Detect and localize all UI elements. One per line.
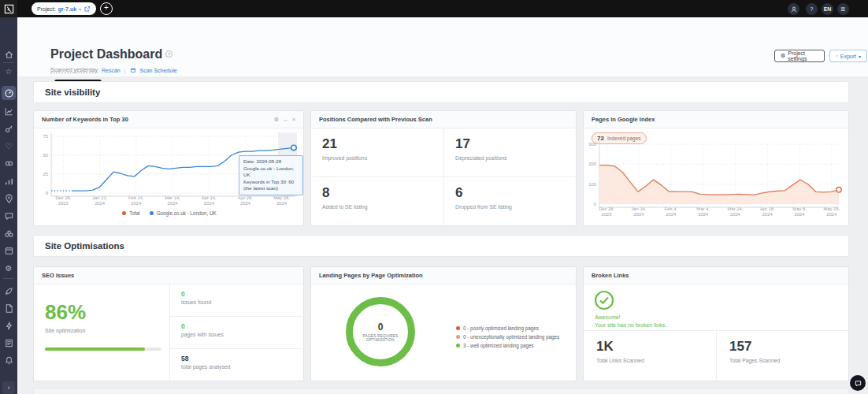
project-settings-button[interactable]: ⚙Project settings xyxy=(774,50,825,62)
broken-links-status: Awesome! Your site has no broken links. xyxy=(584,284,850,331)
stat-value: 0 xyxy=(181,290,294,298)
scan-schedule-link[interactable]: Scan Schedule xyxy=(140,68,177,73)
sidebar-item-settings[interactable]: ⚙ xyxy=(3,262,14,273)
key-icon xyxy=(4,124,14,134)
card-header: Landing Pages by Page Optimization xyxy=(311,267,576,284)
x-axis-label: 2024 xyxy=(168,201,179,206)
external-link-icon[interactable] xyxy=(83,6,91,13)
rescan-link[interactable]: Rescan xyxy=(102,68,121,73)
star-icon: ☆ xyxy=(6,67,13,76)
seo-score-zone: 86% Site optimization xyxy=(34,284,170,382)
sidebar-expand-button[interactable]: › xyxy=(2,381,15,394)
bell-icon xyxy=(4,355,14,366)
sidebar-item-quick-audit[interactable] xyxy=(3,320,14,331)
sidebar-item-notifications[interactable] xyxy=(3,355,14,366)
map-pin-icon xyxy=(4,194,14,204)
stat-value: 0 xyxy=(181,322,294,330)
scanned-status[interactable]: Scanned yesterday xyxy=(50,67,98,73)
donut-center-label: PAGES REQUIRES OPTIMIZATION xyxy=(354,334,406,342)
card-title: Positions Compared with Previous Scan xyxy=(319,116,432,123)
sidebar-item-keywords[interactable] xyxy=(3,123,14,134)
card-landing-pages: Landing Pages by Page Optimization 0 PAG… xyxy=(310,266,577,381)
sidebar-item-pages[interactable] xyxy=(3,303,14,314)
stat-label: Total Pages Scanned xyxy=(729,358,837,363)
gauge-icon xyxy=(4,88,14,98)
card-google-index: Pages in Google Index 72 Indexed pages 0… xyxy=(583,110,849,226)
stat-label: issues found xyxy=(181,299,294,305)
x-axis-label: 2024 xyxy=(95,201,106,206)
stat-label: Dropped from SE listing xyxy=(455,204,566,210)
y-axis-label: 75 xyxy=(43,134,48,139)
card-title: Landing Pages by Page Optimization xyxy=(319,272,423,279)
legend-poorly[interactable]: 0 - poorly optimized landing pages xyxy=(456,325,559,331)
support-chat-button[interactable] xyxy=(850,375,866,391)
chart-tooltip: Date: 2024-05-28 Google.co.uk - London, … xyxy=(239,155,303,195)
report-list-icon xyxy=(4,338,14,348)
add-project-button[interactable]: + xyxy=(100,2,113,15)
document-icon xyxy=(4,303,14,314)
stat-value: 17 xyxy=(455,136,566,152)
sidebar-item-rankings[interactable] xyxy=(3,106,14,117)
seo-progress-bar xyxy=(45,348,161,351)
title-help-icon[interactable]: ? xyxy=(165,50,172,58)
export-button[interactable]: Export ▾ xyxy=(829,50,867,62)
sidebar-item-home[interactable] xyxy=(3,49,14,60)
seo-stat-issues: 0 issues found xyxy=(170,284,305,317)
account-button[interactable] xyxy=(788,3,799,15)
menu-button[interactable]: ≡ xyxy=(837,3,849,15)
widget-resize-icon[interactable]: ↔ xyxy=(283,117,288,123)
sidebar-item-favorites[interactable]: ☆ xyxy=(3,65,14,76)
language-button[interactable]: EN xyxy=(822,3,833,15)
chain-icon xyxy=(4,158,14,169)
next-section-partial xyxy=(33,388,849,394)
user-icon xyxy=(790,6,798,13)
index-area-chart[interactable]: 0100200300Dec 28,2023Jan 14,2024Feb 4,20… xyxy=(584,128,850,227)
menu-icon: ≡ xyxy=(841,5,846,13)
legend-well[interactable]: 3 - well optimized landing pages xyxy=(456,343,559,348)
help-icon: ? xyxy=(811,6,814,12)
sidebar-item-competitors[interactable] xyxy=(3,228,14,239)
sidebar-item-backlinks[interactable] xyxy=(3,158,14,169)
seo-score-label: Site optimization xyxy=(45,328,85,333)
sidebar-item-content-plan[interactable] xyxy=(3,245,14,256)
stat-added: 8 Added to SE listing xyxy=(311,177,444,227)
x-axis-label: 2023 xyxy=(58,201,69,206)
sidebar-item-website-audit[interactable]: ♡ xyxy=(3,140,14,151)
help-button[interactable]: ? xyxy=(806,3,818,15)
x-axis-label: 2024 xyxy=(633,212,644,217)
sidebar-item-project-dashboard[interactable] xyxy=(3,87,14,98)
card-title: Broken Links xyxy=(592,272,629,279)
sidebar-divider xyxy=(3,62,14,63)
bar-chart-icon xyxy=(4,177,14,187)
tooltip-value: Keywords in Top 30: 60 xyxy=(243,179,299,186)
widget-settings-icon[interactable]: ⚙ xyxy=(274,117,279,123)
widget-close-icon[interactable]: × xyxy=(292,117,295,123)
stat-improved: 21 Improved positions xyxy=(311,128,444,177)
lightning-icon xyxy=(4,321,14,331)
legend-total[interactable]: Total xyxy=(122,210,139,216)
project-selector[interactable]: Project: gr-7.uk ▾ xyxy=(32,2,96,15)
sidebar-item-analytics[interactable] xyxy=(3,176,14,187)
export-plane-icon xyxy=(836,53,838,59)
chevron-down-icon: ▾ xyxy=(859,54,861,59)
x-axis-label: 2024 xyxy=(826,212,837,217)
x-axis-label: 2024 xyxy=(698,212,709,217)
x-axis-label: 2024 xyxy=(240,201,251,206)
legend-google-uk[interactable]: Google.co.uk - London, UK xyxy=(150,210,217,216)
seo-progress-fill xyxy=(45,348,145,351)
sidebar-item-promote[interactable] xyxy=(3,285,14,296)
section-site-visibility: Site visibility xyxy=(33,81,849,103)
schedule-calendar-icon xyxy=(130,67,136,73)
card-title: Pages in Google Index xyxy=(592,116,655,123)
stat-value: 8 xyxy=(322,185,432,201)
legend-unexceptionally[interactable]: 0 - unexceptionally optimized landing pa… xyxy=(456,334,559,340)
se-ranking-logo[interactable] xyxy=(0,0,17,17)
card-seo-issues: SEO Issues 86% Site optimization 0 issue… xyxy=(33,266,304,381)
sidebar-item-local-marketing[interactable] xyxy=(3,193,14,204)
tooltip-engine: Google.co.uk - London, UK xyxy=(243,165,299,179)
card-header: Positions Compared with Previous Scan xyxy=(311,111,576,128)
y-axis-label: 25 xyxy=(43,172,48,177)
sidebar-item-social-media[interactable] xyxy=(3,210,14,221)
stat-label: Improved positions xyxy=(322,155,432,161)
sidebar-item-reports[interactable] xyxy=(3,337,14,348)
